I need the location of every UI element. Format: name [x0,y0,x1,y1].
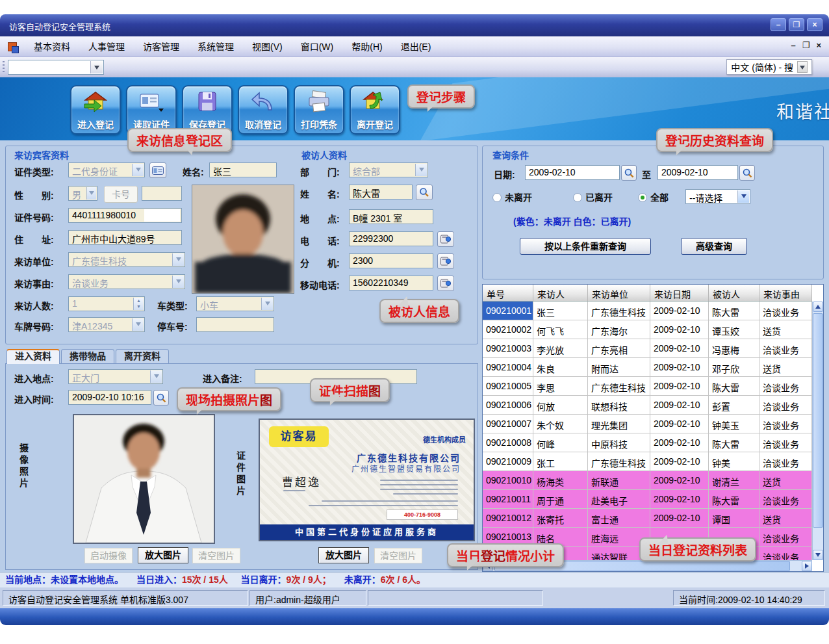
enter-register-button[interactable]: 进入登记 [70,85,121,135]
menu-item-system[interactable]: 系统管理 [188,36,243,57]
table-cell[interactable]: 广东德生科技 [588,302,650,320]
entry-time-picker-icon[interactable] [153,390,169,406]
table-cell[interactable]: 陈大雷 [709,433,759,452]
table-cell[interactable]: 朱良 [533,358,588,376]
vertical-scrollbar[interactable] [812,302,823,560]
table-cell[interactable]: 090210010 [483,471,533,489]
column-header[interactable]: 被访人 [709,285,759,301]
visited-name-field[interactable]: 陈大雷 [349,185,413,200]
mdi-close-icon[interactable]: × [816,40,821,50]
table-row[interactable]: 090210007朱个奴理光集团2009-02-10钟美玉洽谈业务 [483,415,812,433]
table-cell[interactable]: 090210012 [483,509,533,527]
table-cell[interactable]: 广东亮相 [588,339,650,357]
table-row[interactable]: 090210008何峰中原科技2009-02-10陈大雷洽谈业务 [483,433,812,452]
vehicle-type-select[interactable]: 小车 [196,296,274,311]
chevron-down-icon[interactable] [132,164,144,176]
menu-item-window[interactable]: 窗口(W) [292,36,343,57]
table-row[interactable]: 090210004朱良附而达2009-02-10邓子欣送货 [483,358,812,377]
cancel-register-button[interactable]: 取消登记 [238,85,288,135]
count-spinner[interactable]: 1 ▲▼ [68,296,145,311]
ext-field[interactable]: 2300 [349,253,433,268]
scroll-up-icon[interactable] [813,302,823,312]
table-cell[interactable]: 洽谈业务 [759,302,812,320]
table-cell[interactable]: 洽谈业务 [759,528,812,546]
table-cell[interactable]: 090210006 [483,396,533,414]
table-cell[interactable]: 090210004 [483,358,533,376]
table-cell[interactable]: 何飞飞 [533,320,588,339]
table-cell[interactable]: 090210001 [483,302,533,320]
menu-item-help[interactable]: 帮助(H) [342,36,391,57]
table-cell[interactable]: 钟美 [709,452,759,470]
table-cell[interactable]: 陈大雷 [709,302,759,320]
entry-place-select[interactable]: 正大门 [68,369,163,384]
table-cell[interactable]: 朱个奴 [533,415,588,433]
phone-field[interactable]: 22992300 [349,231,433,246]
column-header[interactable]: 来访日期 [650,285,709,301]
chevron-down-icon[interactable] [415,164,427,176]
table-cell[interactable]: 杨海类 [533,471,588,489]
table-cell[interactable]: 理光集团 [588,415,650,433]
close-icon[interactable]: × [807,18,823,31]
column-header[interactable]: 来访单位 [588,285,650,301]
chevron-down-icon[interactable] [150,370,162,383]
filter-select[interactable]: --请选择 [685,189,750,204]
table-row[interactable]: 090210011周于通赴美电子2009-02-10陈大雷洽谈业务 [483,490,812,509]
search-person-icon[interactable] [416,185,433,200]
visitor-name-field[interactable]: 张三 [209,162,277,177]
table-cell[interactable]: 2009-02-10 [650,471,709,489]
leave-register-button[interactable]: 离开登记 [350,85,400,135]
dial-mobile-icon[interactable] [437,276,454,291]
tab-entry-info[interactable]: 进入资料 [6,349,60,364]
toolbar-grip[interactable] [3,61,5,73]
table-cell[interactable]: 谭国 [709,509,759,527]
chevron-down-icon[interactable] [90,61,103,73]
clear-photo-button[interactable]: 清空图片 [192,548,240,563]
dept-select[interactable]: 综合部 [349,162,428,177]
table-cell[interactable]: 洽谈业务 [759,377,812,395]
table-cell[interactable]: 张三 [533,302,588,320]
table-cell[interactable]: 送货 [759,320,812,339]
dial-phone-icon[interactable] [437,231,454,247]
date-to-picker-icon[interactable] [739,165,755,181]
table-cell[interactable]: 2009-02-10 [650,433,709,452]
advanced-query-button[interactable]: 高级查询 [681,238,747,255]
table-cell[interactable]: 2009-02-10 [650,320,709,339]
table-cell[interactable]: 2009-02-10 [650,396,709,414]
table-cell[interactable]: 洽谈业务 [759,490,812,508]
plate-select[interactable]: 津A12345 [68,317,145,332]
menu-item-visitor[interactable]: 访客管理 [134,36,188,57]
scroll-right-icon[interactable] [802,561,812,571]
chevron-down-icon[interactable] [261,298,273,310]
start-camera-button[interactable]: 启动摄像 [84,548,133,563]
table-cell[interactable]: 2009-02-10 [650,302,709,320]
table-cell[interactable]: 附而达 [588,358,650,376]
table-row[interactable]: 090210002何飞飞广东海尔2009-02-10谭玉姣送货 [483,320,812,339]
vscroll-thumb[interactable] [813,313,823,528]
table-cell[interactable]: 广东德生科技 [588,377,650,395]
table-cell[interactable]: 2009-02-10 [650,358,709,376]
table-cell[interactable]: 090210003 [483,339,533,357]
table-cell[interactable]: 冯惠梅 [709,339,759,357]
table-cell[interactable]: 送货 [759,471,812,489]
address-field[interactable]: 广州市中山大道89号 [68,230,182,245]
table-cell[interactable]: 何放 [533,396,588,414]
table-cell[interactable]: 邓子欣 [709,358,759,376]
minimize-icon[interactable]: – [771,18,786,31]
reason-select[interactable]: 洽谈业务 [68,274,185,289]
table-cell[interactable]: 李思 [533,377,588,395]
table-cell[interactable]: 090210008 [483,433,533,452]
table-cell[interactable]: 090210005 [483,377,533,395]
chevron-down-icon[interactable] [797,61,808,73]
table-cell[interactable]: 赴美电子 [588,490,650,508]
table-cell[interactable]: 送货 [759,358,812,376]
table-cell[interactable]: 中原科技 [588,433,650,452]
table-cell[interactable]: 洽谈业务 [759,433,812,452]
gender-select[interactable]: 男 [68,186,97,201]
chevron-down-icon[interactable] [86,187,96,200]
location-field[interactable]: B幢 2301 室 [349,209,433,224]
table-cell[interactable]: 陈大雷 [709,377,759,395]
scroll-down-icon[interactable] [813,550,823,560]
column-header[interactable]: 单号 [483,285,533,301]
table-cell[interactable]: 洽谈业务 [759,547,812,560]
mobile-field[interactable]: 15602210349 [349,276,433,290]
